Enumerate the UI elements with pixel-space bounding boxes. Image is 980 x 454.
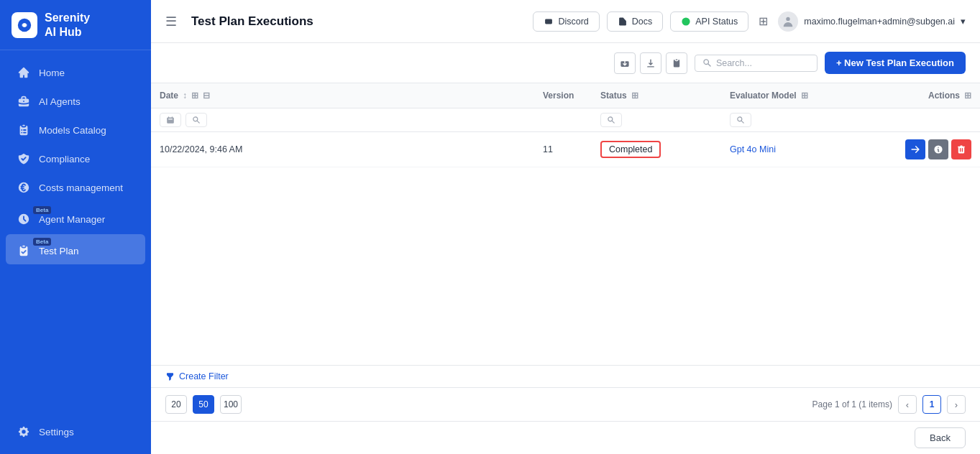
sidebar-item-label-agent-manager: Agent Manager bbox=[39, 214, 105, 225]
docs-label: Docs bbox=[632, 17, 652, 27]
api-status-button[interactable]: API Status bbox=[670, 11, 748, 32]
sidebar-item-home[interactable]: Home bbox=[6, 59, 145, 86]
action-arrow-button[interactable] bbox=[905, 139, 925, 159]
api-status-label: API Status bbox=[695, 17, 738, 27]
settings-label: Settings bbox=[39, 427, 74, 437]
filter-icon-date[interactable]: ⊞ bbox=[191, 91, 198, 101]
filter-status-search[interactable] bbox=[600, 113, 622, 127]
sidebar-item-label-test-plan: Test Plan bbox=[39, 246, 79, 256]
sidebar-item-label-models: Models Catalog bbox=[39, 125, 106, 136]
sidebar-item-label-home: Home bbox=[39, 68, 65, 78]
svg-point-1 bbox=[22, 23, 27, 27]
filter-date-search[interactable] bbox=[186, 113, 207, 127]
beta-badge-agent: Beta bbox=[33, 206, 51, 214]
executions-table: Date ↕ ⊞ ⊟ Version Status bbox=[151, 83, 980, 167]
sidebar-item-label-compliance: Compliance bbox=[39, 154, 90, 165]
action-info-button[interactable] bbox=[928, 139, 948, 159]
cell-date: 10/22/2024, 9:46 AM bbox=[151, 132, 534, 167]
table-filter-row bbox=[151, 108, 980, 132]
toolbar-icons bbox=[614, 52, 687, 74]
user-avatar bbox=[778, 11, 798, 32]
table-row: 10/22/2024, 9:46 AM 11 Completed Gpt 4o … bbox=[151, 132, 980, 167]
filter-icon-actions[interactable]: ⊞ bbox=[964, 91, 971, 101]
sidebar-bottom: Settings bbox=[0, 409, 151, 454]
cell-version: 11 bbox=[534, 132, 592, 167]
api-status-icon bbox=[681, 17, 691, 27]
save-icon-btn[interactable] bbox=[614, 52, 636, 74]
page-size-100[interactable]: 100 bbox=[220, 395, 242, 414]
filter2-icon-date[interactable]: ⊟ bbox=[203, 91, 210, 101]
user-dropdown-icon: ▾ bbox=[961, 16, 966, 27]
back-button[interactable]: Back bbox=[915, 427, 966, 448]
page-info: Page 1 of 1 (1 items) ‹ 1 › bbox=[812, 395, 966, 414]
discord-label: Discord bbox=[558, 17, 588, 27]
content-area: + New Test Plan Execution Date ↕ ⊞ ⊟ bbox=[151, 43, 980, 454]
sidebar: Serenity AI Hub Home AI Agents Models Ca… bbox=[0, 0, 151, 454]
filter-evaluator-search[interactable] bbox=[730, 113, 751, 127]
svg-point-3 bbox=[682, 17, 690, 25]
sidebar-item-label-costs: Costs management bbox=[39, 182, 123, 193]
bottom-bar: Back bbox=[151, 421, 980, 454]
hamburger-icon[interactable]: ☰ bbox=[165, 14, 177, 29]
beta-badge-testplan: Beta bbox=[33, 238, 51, 246]
action-delete-button[interactable] bbox=[951, 139, 971, 159]
filter-date-icon[interactable] bbox=[160, 113, 181, 127]
current-page: 1 bbox=[922, 395, 941, 414]
header-actions: Discord Docs API Status ⊞ maximo.flugelm… bbox=[533, 11, 966, 32]
docs-icon bbox=[618, 17, 628, 27]
prev-page-button[interactable]: ‹ bbox=[898, 395, 917, 414]
filter-icon-status[interactable]: ⊞ bbox=[631, 91, 638, 101]
sidebar-nav: Home AI Agents Models Catalog Compliance… bbox=[0, 50, 151, 409]
sidebar-item-compliance[interactable]: Compliance bbox=[6, 145, 145, 172]
search-box[interactable] bbox=[695, 55, 818, 72]
toolbar: + New Test Plan Execution bbox=[151, 43, 980, 83]
new-btn-label: + New Test Plan Execution bbox=[836, 57, 954, 68]
docs-button[interactable]: Docs bbox=[607, 11, 663, 32]
next-page-button[interactable]: › bbox=[947, 395, 966, 414]
copy-icon-btn[interactable] bbox=[666, 52, 687, 74]
download-icon-btn[interactable] bbox=[640, 52, 661, 74]
evaluator-model-link[interactable]: Gpt 4o Mini bbox=[730, 144, 776, 154]
action-buttons bbox=[888, 139, 971, 159]
th-status: Status ⊞ bbox=[592, 83, 721, 108]
th-date: Date ↕ ⊞ ⊟ bbox=[151, 83, 534, 108]
user-menu[interactable]: maximo.flugelman+admin@subgen.ai ▾ bbox=[778, 11, 966, 32]
page-title: Test Plan Executions bbox=[191, 14, 521, 29]
logo-text: Serenity AI Hub bbox=[45, 11, 90, 38]
discord-button[interactable]: Discord bbox=[533, 11, 599, 32]
cell-actions bbox=[879, 132, 980, 167]
sidebar-item-label-agents: AI Agents bbox=[39, 96, 81, 107]
page-size-50[interactable]: 50 bbox=[193, 395, 214, 414]
cell-evaluator: Gpt 4o Mini bbox=[721, 132, 879, 167]
header: ☰ Test Plan Executions Discord Docs API … bbox=[151, 0, 980, 43]
th-evaluator: Evaluator Model ⊞ bbox=[721, 83, 879, 108]
main-content: ☰ Test Plan Executions Discord Docs API … bbox=[151, 0, 980, 454]
create-filter[interactable]: Create Filter bbox=[151, 365, 980, 387]
logo-icon bbox=[12, 12, 37, 38]
status-badge: Completed bbox=[600, 141, 661, 158]
create-filter-label: Create Filter bbox=[179, 371, 229, 381]
sidebar-item-ai-agents[interactable]: AI Agents bbox=[6, 88, 145, 115]
sidebar-item-costs[interactable]: Costs management bbox=[6, 174, 145, 201]
sort-icon-date[interactable]: ↕ bbox=[183, 91, 187, 101]
create-filter-icon bbox=[165, 372, 175, 381]
search-icon bbox=[702, 58, 712, 68]
page-size-20[interactable]: 20 bbox=[165, 395, 187, 414]
back-label: Back bbox=[930, 432, 951, 443]
filter-icon-evaluator[interactable]: ⊞ bbox=[801, 91, 808, 101]
table-footer: 20 50 100 Page 1 of 1 (1 items) ‹ 1 › bbox=[151, 387, 980, 421]
filter-icon[interactable]: ⊞ bbox=[759, 14, 768, 28]
sidebar-item-models-catalog[interactable]: Models Catalog bbox=[6, 116, 145, 144]
sidebar-item-settings[interactable]: Settings bbox=[6, 418, 145, 445]
sidebar-item-agent-manager[interactable]: Beta Agent Manager bbox=[6, 203, 145, 233]
page-info-text: Page 1 of 1 (1 items) bbox=[812, 399, 892, 409]
table-body: 10/22/2024, 9:46 AM 11 Completed Gpt 4o … bbox=[151, 132, 980, 167]
sidebar-item-test-plan[interactable]: Beta Test Plan bbox=[6, 234, 145, 264]
user-email: maximo.flugelman+admin@subgen.ai bbox=[804, 17, 955, 27]
table-container: Date ↕ ⊞ ⊟ Version Status bbox=[151, 83, 980, 365]
search-input[interactable] bbox=[716, 58, 810, 68]
discord-icon bbox=[544, 17, 554, 27]
th-actions: Actions ⊞ bbox=[879, 83, 980, 108]
new-test-plan-button[interactable]: + New Test Plan Execution bbox=[825, 52, 966, 74]
th-version: Version bbox=[534, 83, 592, 108]
